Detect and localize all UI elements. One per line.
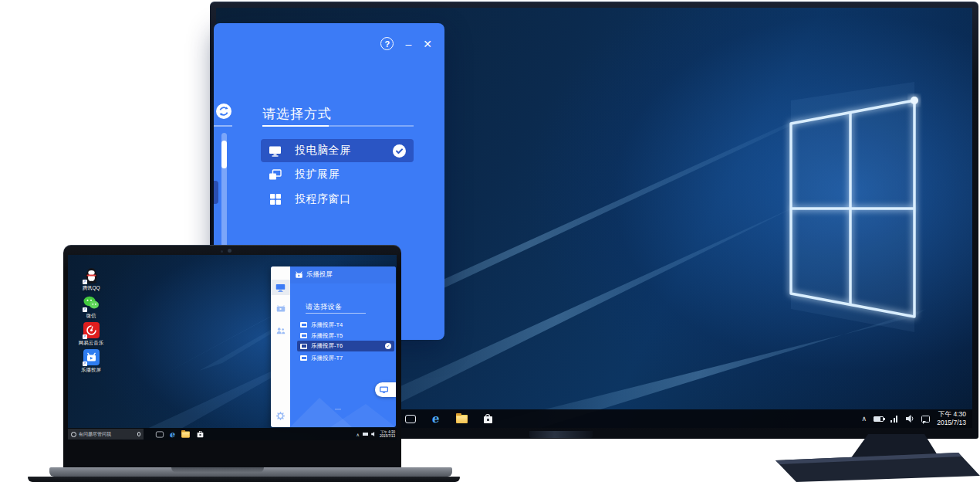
floating-cast-button[interactable]: [375, 382, 396, 397]
program-window-cast-icon: [269, 193, 282, 206]
task-view-icon[interactable]: [405, 415, 416, 423]
tv-ir-sensor: [529, 431, 593, 438]
scrollbar-thumb[interactable]: [221, 141, 227, 168]
device-row-t6[interactable]: 乐播投屏-T6 ✓: [297, 341, 394, 351]
desktop-icon-label: 腾讯QQ: [74, 285, 108, 292]
help-glyph: ?: [385, 39, 390, 49]
desktop-icon-lebo[interactable]: ↗ 乐播投屏: [74, 349, 108, 374]
desktop-icon-label: 乐播投屏: [74, 367, 108, 374]
minimize-button[interactable]: –: [405, 39, 411, 49]
volume-icon[interactable]: [371, 432, 377, 436]
tv-date: 2015/7/13: [937, 419, 966, 427]
device-row-t5[interactable]: 乐播投屏-T5: [297, 331, 394, 341]
sidebar-item-cast-screen[interactable]: [271, 280, 290, 295]
edge-browser-icon[interactable]: e: [431, 412, 440, 426]
device-label: 乐播投屏-T4: [311, 321, 391, 329]
shortcut-arrow-icon: ↗: [83, 334, 87, 339]
store-icon[interactable]: [198, 431, 204, 437]
device-label: 乐播投屏-T6: [311, 342, 385, 350]
battery-icon[interactable]: [874, 416, 884, 422]
tv-device-icon: [300, 344, 307, 349]
lebo-cast-icon: ↗: [83, 349, 100, 365]
task-view-icon[interactable]: [156, 431, 164, 437]
tv-stand: [756, 433, 980, 482]
webcam-icon: [228, 249, 231, 253]
search-placeholder: 有问题尽管问我: [79, 431, 135, 438]
selected-check-icon: ✓: [385, 343, 391, 349]
microphone-icon[interactable]: [137, 432, 140, 436]
sync-icon[interactable]: [216, 104, 231, 119]
shortcut-arrow-icon: ↗: [83, 280, 87, 284]
action-center-icon[interactable]: [921, 416, 930, 423]
desktop-icon-qq[interactable]: ↗ 腾讯QQ: [74, 267, 108, 292]
laptop: ↗ 腾讯QQ ↗ 微信 ↗ 网易云音乐 ↗ 乐播投屏: [63, 245, 401, 467]
desktop-icon-wechat[interactable]: ↗ 微信: [74, 295, 108, 320]
qq-icon: ↗: [83, 267, 100, 283]
laptop-hinge-deck: [49, 467, 452, 477]
help-button[interactable]: ?: [380, 37, 394, 50]
store-icon[interactable]: [484, 414, 492, 423]
desktop-icon-label: 网易云音乐: [74, 340, 108, 347]
desktop-icon-label: 微信: [74, 313, 108, 320]
laptop-screen: ↗ 腾讯QQ ↗ 微信 ↗ 网易云音乐 ↗ 乐播投屏: [68, 255, 397, 440]
sidebar-item-cast-media[interactable]: [271, 301, 290, 317]
laptop-date: 2015/7/13: [380, 434, 395, 438]
tray-expand-icon[interactable]: ∧: [357, 432, 360, 437]
network-icon[interactable]: [890, 416, 899, 423]
selected-check-icon: [393, 144, 406, 158]
menu-item-cast-extend[interactable]: 投扩展屏: [261, 164, 414, 185]
app-titlebar: 乐播投屏: [290, 266, 396, 283]
shortcut-arrow-icon: ↗: [83, 362, 87, 366]
device-row-t7[interactable]: 乐播投屏-T7: [297, 353, 394, 363]
device-header-underline: [306, 313, 366, 314]
search-box[interactable]: 有问题尽管问我: [68, 429, 144, 440]
desktop-fullscreen-cast-icon: [269, 144, 282, 158]
sidebar-item-users[interactable]: [271, 323, 290, 338]
rail-selected-tab: [214, 181, 218, 204]
wechat-icon: ↗: [83, 295, 100, 311]
tv-time: 下午 4:30: [937, 410, 966, 419]
menu-item-label: 投程序窗口: [295, 192, 406, 206]
app-title: 乐播投屏: [306, 270, 333, 280]
edge-browser-icon[interactable]: e: [169, 429, 175, 440]
settings-gear-icon[interactable]: [271, 408, 290, 423]
file-explorer-icon[interactable]: [181, 431, 190, 437]
title-underline: [262, 125, 414, 127]
menu-item-cast-fullscreen[interactable]: 投电脑全屏: [261, 139, 414, 162]
volume-icon[interactable]: [906, 415, 914, 423]
tv-device-icon: [300, 333, 307, 338]
menu-item-cast-window[interactable]: 投程序窗口: [261, 188, 414, 210]
tv-clock[interactable]: 下午 4:30 2015/7/13: [937, 410, 966, 426]
device-label: 乐播投屏-T7: [311, 355, 391, 362]
tv-device-icon: [300, 355, 307, 361]
menu-item-label: 投电脑全屏: [295, 144, 393, 158]
lebo-app-window: 乐播投屏 请选择设备 乐播投屏-T4: [271, 266, 396, 427]
device-list-header: 请选择设备: [306, 302, 343, 312]
app-logo-icon: [295, 271, 303, 279]
close-button[interactable]: ✕: [423, 39, 432, 49]
tv-device-icon: [300, 322, 307, 328]
cortana-icon: [71, 432, 76, 437]
laptop-clock[interactable]: 下午 4:30 2015/7/13: [380, 430, 395, 439]
device-label: 乐播投屏-T5: [311, 332, 391, 340]
shortcut-arrow-icon: ↗: [83, 307, 87, 312]
dialog-title: 请选择方式: [262, 105, 332, 123]
netease-music-icon: ↗: [83, 322, 100, 338]
menu-item-label: 投扩展屏: [295, 168, 406, 182]
laptop-lid-notch: [171, 467, 264, 473]
app-sidebar: [271, 266, 290, 427]
extend-screen-cast-icon: [269, 168, 282, 182]
scrollbar-track[interactable]: [221, 133, 227, 247]
rail-divider: [214, 125, 232, 127]
laptop-taskbar: 有问题尽管问我 e ∧ 下午 4:30 2015/7/13: [68, 428, 397, 440]
device-row-t4[interactable]: 乐播投屏-T4: [297, 320, 394, 330]
desktop-icon-netease-music[interactable]: ↗ 网易云音乐: [74, 322, 108, 347]
laptop-base: [28, 477, 460, 482]
file-explorer-icon[interactable]: [456, 415, 468, 423]
tray-expand-icon[interactable]: ∧: [862, 415, 867, 423]
battery-icon[interactable]: [363, 433, 368, 436]
